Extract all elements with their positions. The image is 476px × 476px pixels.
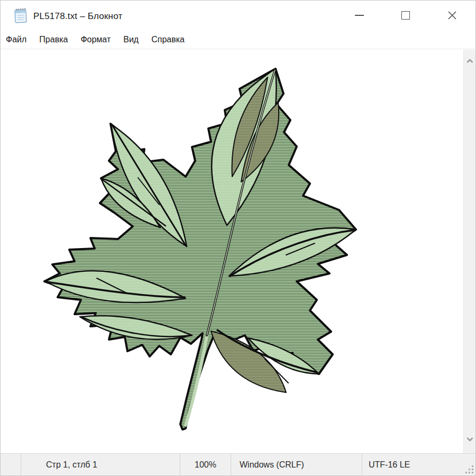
status-spacer	[1, 454, 21, 475]
notepad-icon	[13, 7, 28, 24]
status-zoom: 100%	[180, 454, 231, 475]
encoding-text: UTF-16 LE	[369, 460, 410, 470]
menu-help[interactable]: Справка	[146, 32, 190, 48]
minimize-icon	[355, 15, 364, 16]
minimize-button[interactable]	[336, 1, 382, 30]
vertical-scrollbar[interactable]	[463, 50, 475, 453]
line-ending-text: Windows (CRLF)	[240, 460, 304, 470]
scroll-down-button[interactable]	[464, 431, 475, 447]
menu-bar: Файл Правка Формат Вид Справка	[1, 32, 475, 49]
menu-format[interactable]: Формат	[75, 32, 116, 48]
menu-view[interactable]: Вид	[118, 32, 144, 48]
window-title: PL5178.txt – Блокнот	[33, 1, 122, 32]
resize-grip-icon[interactable]	[465, 465, 474, 474]
status-bar: Стр 1, стлб 1 100% Windows (CRLF) UTF-16…	[1, 453, 475, 475]
leaf-stem	[186, 336, 207, 425]
scroll-up-button[interactable]	[464, 53, 475, 69]
status-cursor-position: Стр 1, стлб 1	[21, 454, 180, 475]
scroll-down-icon	[466, 437, 473, 442]
menu-edit[interactable]: Правка	[34, 32, 73, 48]
notepad-window: PL5178.txt – Блокнот Файл Правка Формат …	[0, 0, 476, 476]
window-controls	[336, 1, 475, 30]
zoom-level-text: 100%	[195, 460, 216, 470]
cursor-position-text: Стр 1, стлб 1	[46, 460, 97, 470]
status-line-ending: Windows (CRLF)	[231, 454, 362, 475]
maximize-icon	[401, 11, 410, 20]
text-area[interactable]	[1, 50, 475, 453]
close-button[interactable]	[429, 1, 475, 30]
title-bar: PL5178.txt – Блокнот	[1, 1, 475, 32]
menu-file[interactable]: Файл	[6, 32, 32, 48]
scroll-up-icon	[466, 59, 473, 63]
status-encoding: UTF-16 LE	[362, 454, 475, 475]
leaf-image	[1, 50, 464, 454]
close-icon	[447, 11, 457, 20]
maximize-button[interactable]	[382, 1, 429, 30]
